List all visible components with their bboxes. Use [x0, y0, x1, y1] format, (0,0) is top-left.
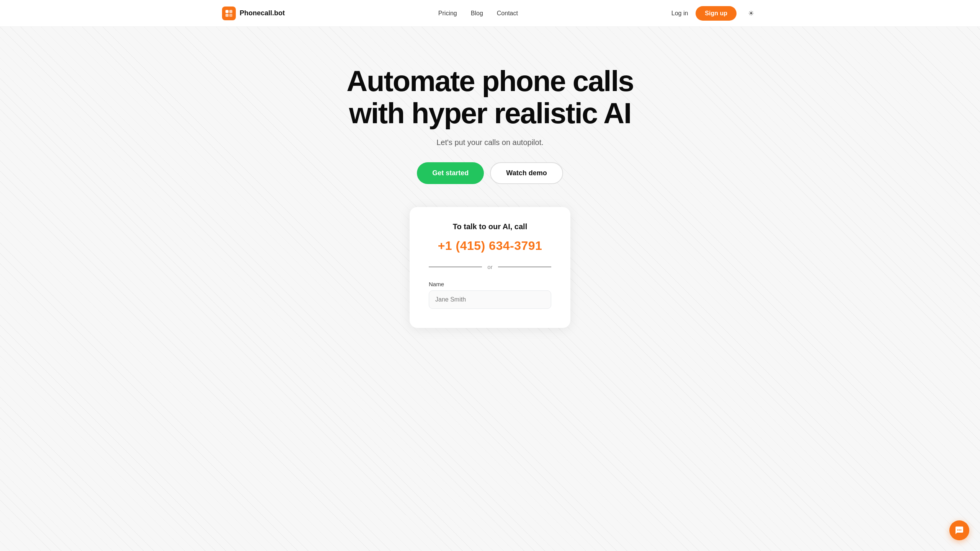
- name-field-group: Name: [429, 281, 551, 309]
- logo[interactable]: Phonecall.bot: [222, 7, 285, 20]
- theme-toggle-button[interactable]: ☀: [744, 7, 758, 20]
- nav-actions: Log in Sign up ☀: [671, 6, 758, 21]
- hero-section: Automate phone calls with hyper realisti…: [0, 27, 980, 351]
- nav-link-blog[interactable]: Blog: [471, 10, 483, 17]
- chat-button[interactable]: [949, 520, 969, 540]
- svg-rect-1: [229, 10, 232, 13]
- demo-phone-number[interactable]: +1 (415) 634-3791: [429, 239, 551, 253]
- nav-link-pricing[interactable]: Pricing: [438, 10, 457, 17]
- logo-icon: [222, 7, 236, 20]
- main-content: Automate phone calls with hyper realisti…: [0, 0, 980, 551]
- watch-demo-button[interactable]: Watch demo: [490, 162, 563, 184]
- or-text: or: [487, 264, 492, 270]
- demo-card-title: To talk to our AI, call: [429, 222, 551, 231]
- login-link[interactable]: Log in: [671, 10, 688, 17]
- nav-link-contact[interactable]: Contact: [497, 10, 518, 17]
- hero-title-line2: with hyper realistic AI: [349, 97, 631, 129]
- hero-subtitle: Let's put your calls on autopilot.: [436, 138, 544, 147]
- sun-icon: ☀: [748, 9, 754, 18]
- svg-point-5: [959, 530, 960, 531]
- svg-point-4: [957, 530, 959, 531]
- name-input[interactable]: [429, 290, 551, 309]
- hero-title: Automate phone calls with hyper realisti…: [346, 65, 634, 129]
- nav-links: Pricing Blog Contact: [438, 10, 518, 17]
- demo-card: To talk to our AI, call +1 (415) 634-379…: [410, 207, 570, 328]
- hero-title-line1: Automate phone calls: [346, 65, 634, 97]
- get-started-button[interactable]: Get started: [417, 162, 484, 184]
- logo-text: Phonecall.bot: [240, 9, 285, 17]
- chat-icon: [955, 526, 964, 535]
- hero-buttons: Get started Watch demo: [417, 162, 563, 184]
- svg-point-6: [960, 530, 962, 531]
- signup-button[interactable]: Sign up: [696, 6, 737, 21]
- svg-rect-0: [225, 10, 229, 13]
- or-divider: or: [429, 264, 551, 270]
- svg-rect-3: [229, 14, 232, 17]
- navbar: Phonecall.bot Pricing Blog Contact Log i…: [0, 0, 980, 27]
- svg-rect-2: [225, 14, 229, 17]
- name-label: Name: [429, 281, 551, 287]
